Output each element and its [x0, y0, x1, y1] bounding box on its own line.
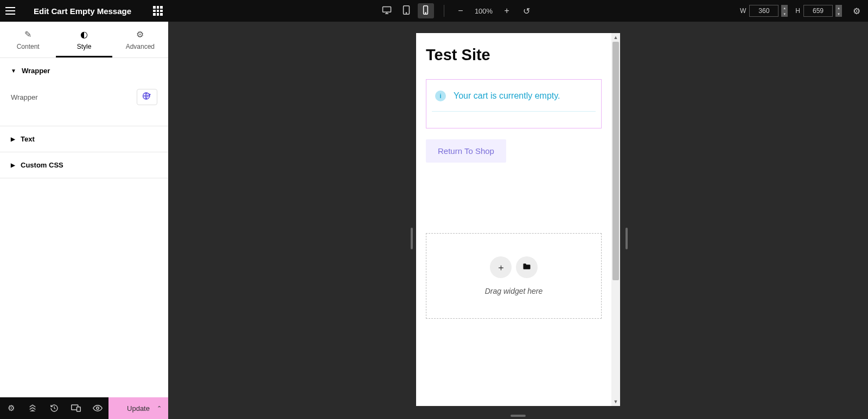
return-to-shop-button[interactable]: Return To Shop: [426, 139, 506, 163]
tab-style[interactable]: ◐ Style: [56, 22, 112, 57]
desktop-icon: [382, 6, 392, 16]
empty-cart-text: Your cart is currently empty.: [454, 91, 560, 101]
section-title: Text: [21, 135, 35, 143]
section-header-wrapper[interactable]: ▼ Wrapper: [0, 58, 168, 83]
gear-icon: ⚙: [136, 29, 144, 40]
topbar-center: − 100% + ↺: [379, 3, 533, 18]
dropzone-icons: ＋: [490, 256, 538, 278]
control-row-wrapper: Wrapper: [11, 83, 157, 111]
update-button[interactable]: Update ⌃: [108, 397, 168, 419]
sidebar-tabs: ✎ Content ◐ Style ⚙ Advanced: [0, 22, 168, 58]
responsive-icon[interactable]: [65, 397, 87, 419]
resize-handle-left[interactable]: [411, 228, 413, 249]
separator: [444, 5, 444, 17]
width-label: W: [740, 7, 746, 15]
preview-icon[interactable]: [87, 397, 108, 419]
scroll-up-arrow[interactable]: ▲: [611, 33, 620, 42]
zoom-in-button[interactable]: +: [500, 6, 513, 16]
dropzone-hint: Drag widget here: [485, 287, 543, 295]
globe-icon: [142, 91, 152, 104]
sidebar-header: Edit Cart Empty Message: [0, 0, 168, 22]
section-header-custom-css[interactable]: ▶ Custom CSS: [0, 152, 168, 178]
caret-right-icon: ▶: [11, 162, 15, 168]
caret-right-icon: ▶: [11, 136, 15, 142]
hamburger-icon[interactable]: [5, 7, 15, 15]
add-widget-button[interactable]: ＋: [490, 256, 512, 278]
width-stepper[interactable]: ▲▼: [781, 5, 788, 17]
apps-grid-icon[interactable]: [153, 6, 163, 16]
contrast-icon: ◐: [80, 29, 88, 40]
empty-cart-message: i Your cart is currently empty.: [432, 91, 596, 112]
height-stepper[interactable]: ▲▼: [835, 5, 842, 17]
height-label: H: [795, 7, 800, 15]
topbar-right: W ▲▼ H ▲▼ ⚙: [736, 5, 860, 17]
section-custom-css: ▶ Custom CSS: [0, 152, 168, 178]
svg-rect-2: [77, 407, 81, 411]
section-title: Custom CSS: [21, 161, 63, 169]
site-title: Test Site: [426, 46, 602, 64]
svg-point-6: [406, 12, 406, 13]
topbar: − 100% + ↺ W ▲▼ H ▲▼ ⚙: [168, 0, 868, 22]
control-label: Wrapper: [11, 93, 38, 101]
svg-point-3: [97, 407, 99, 410]
tab-content[interactable]: ✎ Content: [0, 22, 56, 57]
device-tablet-button[interactable]: [398, 3, 414, 18]
mobile-icon: [423, 5, 429, 17]
svg-point-8: [425, 12, 426, 13]
resize-handle-bottom[interactable]: [510, 415, 526, 417]
tab-label: Content: [17, 43, 40, 50]
empty-cart-widget[interactable]: i Your cart is currently empty.: [426, 79, 602, 128]
globe-style-button[interactable]: [137, 89, 157, 105]
sidebar-title: Edit Cart Empty Message: [23, 7, 153, 16]
section-body: Wrapper: [0, 83, 168, 126]
section-header-text[interactable]: ▶ Text: [0, 126, 168, 152]
plus-icon: ＋: [496, 261, 506, 274]
scroll-down-arrow[interactable]: ▼: [611, 397, 620, 406]
canvas-wrap: Test Site i Your cart is currently empty…: [168, 22, 868, 419]
template-library-button[interactable]: [516, 256, 538, 278]
sidebar-bottombar: ⚙ Update ⌃: [0, 397, 168, 419]
section-title: Wrapper: [22, 67, 50, 75]
return-label: Return To Shop: [438, 146, 494, 156]
scroll-track[interactable]: [611, 42, 620, 397]
chevron-up-icon[interactable]: ⌃: [157, 405, 162, 412]
history-icon[interactable]: [43, 397, 65, 419]
update-label: Update: [127, 404, 150, 412]
scroll-thumb[interactable]: [612, 42, 619, 280]
zoom-out-button[interactable]: −: [454, 6, 467, 16]
height-input[interactable]: [803, 5, 833, 17]
tab-label: Style: [77, 43, 92, 50]
width-input[interactable]: [749, 5, 778, 17]
info-icon: i: [435, 91, 446, 101]
device-mobile-button[interactable]: [418, 3, 434, 18]
editor-sidebar: Edit Cart Empty Message ✎ Content ◐ Styl…: [0, 0, 168, 419]
pencil-icon: ✎: [24, 29, 31, 40]
tablet-icon: [403, 5, 410, 17]
widget-dropzone[interactable]: ＋ Drag widget here: [426, 233, 602, 319]
tab-advanced[interactable]: ⚙ Advanced: [112, 22, 168, 57]
section-wrapper: ▼ Wrapper Wrapper: [0, 58, 168, 126]
svg-rect-4: [382, 7, 391, 12]
zoom-reset-button[interactable]: ↺: [520, 6, 533, 16]
section-text: ▶ Text: [0, 126, 168, 152]
tab-label: Advanced: [126, 43, 155, 50]
folder-icon: [522, 262, 531, 273]
settings-gear-icon[interactable]: ⚙: [853, 6, 860, 16]
preview-frame: Test Site i Your cart is currently empty…: [416, 33, 620, 406]
navigator-icon[interactable]: [22, 397, 43, 419]
preview-scrollbar[interactable]: ▲ ▼: [611, 33, 620, 406]
zoom-value: 100%: [475, 7, 493, 15]
caret-down-icon: ▼: [11, 68, 16, 74]
settings-icon[interactable]: ⚙: [0, 397, 22, 419]
undo-icon: ↺: [523, 7, 530, 16]
resize-handle-right[interactable]: [626, 228, 628, 249]
device-desktop-button[interactable]: [379, 3, 395, 18]
preview-content: Test Site i Your cart is currently empty…: [416, 33, 611, 406]
main-canvas: − 100% + ↺ W ▲▼ H ▲▼ ⚙ Test Site: [168, 0, 868, 419]
